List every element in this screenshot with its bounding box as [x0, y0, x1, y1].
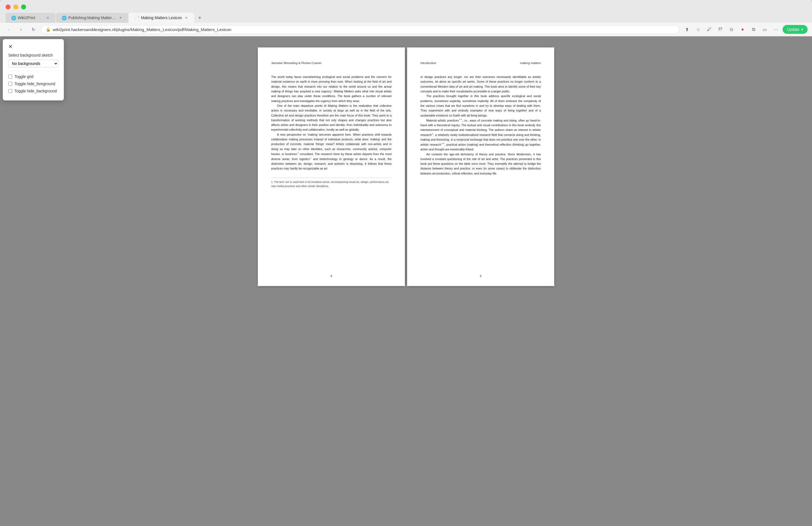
toggle-foreground-label: Toggle hide_foreground	[14, 82, 55, 86]
tab-label-3: Making Matters Lexicon	[141, 16, 182, 20]
tab-favicon-2: 🌐	[62, 16, 66, 20]
page-section-right: making matters	[520, 61, 541, 64]
toggle-background-row: Toggle hide_background	[8, 89, 58, 93]
share-button[interactable]: ⬆	[683, 25, 692, 34]
popup-label: Select background sketch	[8, 53, 58, 57]
page-left-text: The world today faces overwhelming ecolo…	[271, 75, 392, 171]
tab-publishing[interactable]: 🌐 Publishing:Making Matters Le... ✕	[56, 13, 128, 23]
page-left-footnote: 1. The term 'art' is used here in its br…	[271, 178, 392, 188]
url-text: wiki2print.hackersanddesigners.nl/plugin…	[53, 27, 675, 32]
page-num-right: 9	[480, 274, 481, 278]
shield-button[interactable]: ⊙	[727, 25, 736, 34]
puzzle-button[interactable]: ⧉	[749, 25, 758, 34]
tab-label-2: Publishing:Making Matters Le...	[68, 16, 116, 20]
toggle-background-label: Toggle hide_background	[14, 89, 57, 93]
forward-button[interactable]: ›	[17, 25, 26, 34]
page-right-text: or design practices any longer, nor are …	[420, 75, 541, 176]
address-bar[interactable]: 🔒 wiki2print.hackersanddesigners.nl/plug…	[41, 25, 679, 34]
tab-close-2[interactable]: ✕	[118, 16, 123, 20]
toggle-grid-row: Toggle grid	[8, 74, 58, 79]
tabs-bar: 🌐 Wiki2Print ✕ 🌐 Publishing:Making Matte…	[5, 13, 807, 23]
query-button[interactable]: f?	[716, 25, 725, 34]
background-select[interactable]: No backgrounds	[8, 60, 58, 68]
popup-panel: ✕ Select background sketch No background…	[3, 39, 64, 100]
tab-making-matters[interactable]: 📄 Making Matters Lexicon ✕	[129, 13, 194, 23]
pages-container: Janneke Wesseling & Florian Cramer The w…	[252, 42, 560, 521]
nav-bar: ‹ › ↻ 🔒 wiki2print.hackersanddesigners.n…	[0, 23, 812, 36]
tab-favicon-1: 🌐	[11, 16, 16, 20]
sidebar-toggle[interactable]: ▭	[760, 25, 769, 34]
minimize-button[interactable]	[13, 4, 18, 10]
page-num-left: 8	[331, 274, 332, 278]
page-left: Janneke Wesseling & Florian Cramer The w…	[258, 47, 405, 286]
toggle-background-checkbox[interactable]	[8, 89, 12, 93]
page-right: introduction making matters or design pr…	[407, 47, 554, 286]
update-label: Update	[787, 27, 799, 32]
tab-label-1: Wiki2Print	[18, 16, 43, 20]
page-section-left: introduction	[420, 61, 436, 64]
refresh-button[interactable]: ↻	[29, 25, 38, 34]
toggle-grid-checkbox[interactable]	[8, 75, 12, 78]
popup-close-button[interactable]: ✕	[8, 44, 58, 50]
adblock-button[interactable]: ●	[738, 25, 747, 34]
toggle-foreground-row: Toggle hide_foreground	[8, 82, 58, 86]
update-button[interactable]: Update ▾	[783, 25, 808, 34]
tab-wiki2print[interactable]: 🌐 Wiki2Print ✕	[5, 13, 56, 23]
lock-icon: 🔒	[46, 27, 50, 32]
page-header-right: introduction making matters	[420, 61, 541, 64]
maximize-button[interactable]	[21, 4, 26, 10]
menu-button[interactable]: ⋯	[771, 25, 780, 34]
browser-window: 🌐 Wiki2Print ✕ 🌐 Publishing:Making Matte…	[0, 0, 812, 526]
page-header-left: Janneke Wesseling & Florian Cramer	[271, 61, 392, 64]
toggle-foreground-checkbox[interactable]	[8, 82, 12, 86]
new-tab-button[interactable]: +	[195, 13, 205, 23]
close-button[interactable]	[5, 4, 11, 10]
title-bar: 🌐 Wiki2Print ✕ 🌐 Publishing:Making Matte…	[0, 0, 812, 23]
tab-close-1[interactable]: ✕	[45, 16, 50, 20]
tab-close-3[interactable]: ✕	[184, 16, 189, 20]
extension-button[interactable]: 🖊	[705, 25, 714, 34]
chevron-down-icon: ▾	[801, 27, 803, 32]
nav-actions: ⬆ ☆ 🖊 f? ⊙ ● ⧉ ▭ ⋯ Update ▾	[683, 25, 808, 34]
content-area: ✕ Select background sketch No background…	[0, 36, 812, 526]
tab-favicon-3: 📄	[134, 16, 139, 20]
page-right-number: 9	[407, 274, 554, 278]
toggle-grid-label: Toggle grid	[14, 74, 33, 79]
window-controls	[5, 4, 807, 10]
back-button[interactable]: ‹	[4, 25, 13, 34]
page-author: Janneke Wesseling & Florian Cramer	[271, 61, 322, 64]
page-left-number: 8	[258, 274, 405, 278]
bookmark-button[interactable]: ☆	[694, 25, 703, 34]
